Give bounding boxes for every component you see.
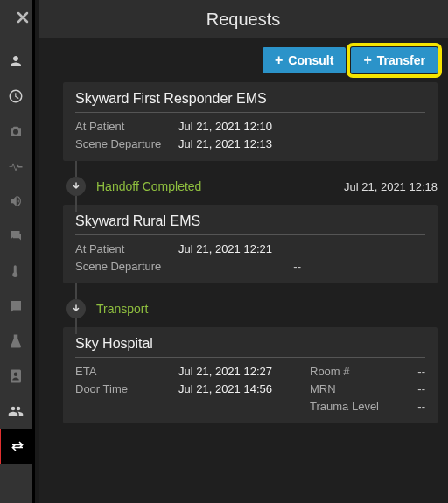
person-icon bbox=[8, 53, 24, 69]
row-value2: -- bbox=[397, 382, 425, 395]
transfer-label: Transfer bbox=[377, 53, 425, 67]
row-label2: Trauma Level bbox=[310, 400, 397, 413]
row-value: Jul 21, 2021 12:27 bbox=[178, 365, 310, 378]
card-title: Sky Hospital bbox=[75, 336, 425, 358]
main-panel: Requests + Consult + Transfer Skyward Fi… bbox=[38, 0, 448, 503]
heartbeat-icon bbox=[8, 158, 24, 174]
timeline-item: Transport bbox=[63, 290, 438, 327]
card-rows: At Patient Jul 21, 2021 12:10 Scene Depa… bbox=[75, 120, 425, 150]
sidebar-item-note[interactable] bbox=[0, 289, 33, 324]
sidebar-item-audio[interactable] bbox=[0, 184, 33, 219]
row-label2: MRN bbox=[310, 382, 397, 395]
consult-button[interactable]: + Consult bbox=[262, 47, 346, 73]
clock-icon bbox=[8, 88, 24, 104]
row-label bbox=[75, 400, 178, 413]
card-title: Skyward First Responder EMS bbox=[75, 91, 425, 113]
sidebar bbox=[0, 0, 35, 503]
chat-icon bbox=[8, 228, 24, 244]
sidebar-item-transfer[interactable] bbox=[0, 429, 33, 464]
timeline-label[interactable]: Transport bbox=[96, 302, 438, 316]
card-rows: At Patient Jul 21, 2021 12:21 Scene Depa… bbox=[75, 242, 425, 273]
swap-icon bbox=[10, 438, 25, 454]
hospital-card: Sky Hospital ETA Jul 21, 2021 12:27 Room… bbox=[63, 327, 438, 423]
volume-icon bbox=[8, 193, 24, 209]
agency-card: Skyward First Responder EMS At Patient J… bbox=[63, 82, 438, 161]
sidebar-item-group[interactable] bbox=[0, 394, 33, 429]
contact-icon bbox=[8, 368, 24, 384]
row-value2: -- bbox=[397, 400, 425, 413]
sidebar-item-person[interactable] bbox=[0, 44, 33, 79]
row-label: Door Time bbox=[75, 382, 178, 395]
card-rows: ETA Jul 21, 2021 12:27 Room # -- Door Ti… bbox=[75, 365, 425, 413]
action-bar: + Consult + Transfer bbox=[38, 38, 448, 82]
consult-label: Consult bbox=[288, 53, 333, 67]
sidebar-item-clock[interactable] bbox=[0, 79, 33, 114]
sidebar-item-vitals[interactable] bbox=[0, 149, 33, 184]
content: Skyward First Responder EMS At Patient J… bbox=[38, 82, 448, 503]
row-label: At Patient bbox=[75, 242, 178, 255]
row-value: Jul 21, 2021 12:21 bbox=[178, 242, 310, 255]
row-label: Scene Departure bbox=[75, 137, 178, 150]
thermometer-icon bbox=[8, 263, 24, 279]
group-icon bbox=[8, 403, 24, 419]
agency-card: Skyward Rural EMS At Patient Jul 21, 202… bbox=[63, 205, 438, 283]
row-label: Scene Departure bbox=[75, 260, 178, 273]
sidebar-item-lab[interactable] bbox=[0, 324, 33, 359]
sidebar-item-chat[interactable] bbox=[0, 219, 33, 254]
row-value bbox=[178, 400, 310, 413]
arrow-down-icon bbox=[66, 299, 86, 318]
header: Requests bbox=[38, 0, 448, 38]
row-label: ETA bbox=[75, 365, 178, 378]
row-value: Jul 21, 2021 12:10 bbox=[178, 120, 310, 133]
sidebar-item-temperature[interactable] bbox=[0, 254, 33, 289]
note-icon bbox=[8, 298, 24, 314]
sidebar-item-camera[interactable] bbox=[0, 114, 33, 149]
card-title: Skyward Rural EMS bbox=[75, 213, 425, 235]
close-icon bbox=[14, 9, 32, 26]
row-value: Jul 21, 2021 14:56 bbox=[178, 382, 310, 395]
camera-icon bbox=[8, 123, 24, 139]
row-label: At Patient bbox=[75, 120, 178, 133]
plus-icon: + bbox=[363, 54, 371, 66]
flask-icon bbox=[8, 333, 24, 349]
sidebar-item-contacts[interactable] bbox=[0, 359, 33, 394]
row-value2: -- bbox=[397, 365, 425, 378]
timeline-label[interactable]: Handoff Completed bbox=[96, 179, 344, 193]
close-button[interactable] bbox=[14, 9, 32, 31]
row-value: Jul 21, 2021 12:13 bbox=[178, 137, 310, 150]
plus-icon: + bbox=[275, 54, 283, 66]
arrow-down-icon bbox=[66, 177, 86, 196]
timeline-item: Handoff Completed Jul 21, 2021 12:18 bbox=[63, 168, 438, 205]
row-label2: Room # bbox=[310, 365, 397, 378]
transfer-button[interactable]: + Transfer bbox=[351, 47, 438, 73]
timeline-time: Jul 21, 2021 12:18 bbox=[344, 180, 438, 193]
row-value: -- bbox=[178, 260, 310, 273]
page-title: Requests bbox=[38, 10, 448, 30]
